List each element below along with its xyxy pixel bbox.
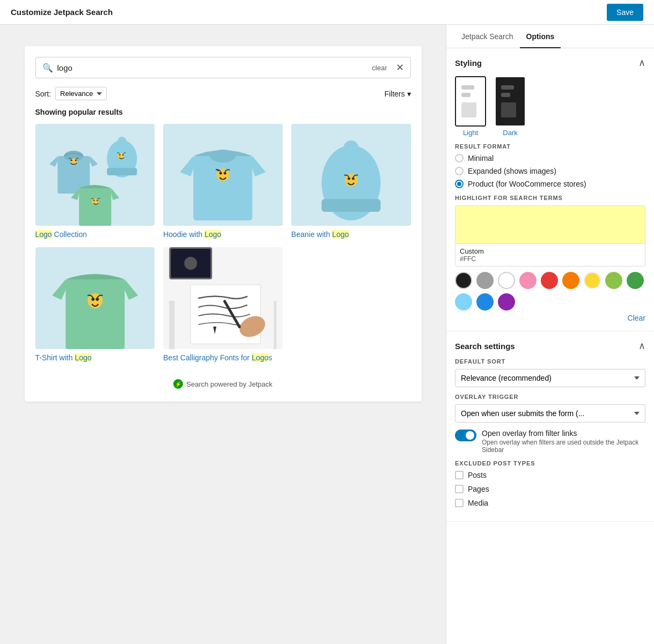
checkbox-pages[interactable]: Pages (455, 485, 645, 493)
product-card[interactable]: Hoodie with Logo (163, 124, 283, 239)
search-settings-header[interactable]: Search settings ∧ (455, 340, 645, 352)
swatch-blue[interactable] (476, 293, 494, 310)
search-bar: 🔍 clear ✕ (35, 57, 411, 78)
product-image (163, 247, 283, 349)
overlay-trigger-select[interactable]: Open when user submits the form (... Ope… (455, 404, 645, 423)
radio-product-circle (455, 180, 464, 188)
theme-dark-preview (496, 77, 525, 125)
svg-marker-33 (52, 279, 67, 300)
color-swatches (455, 272, 645, 310)
checkbox-pages-box (455, 485, 464, 493)
excluded-post-types-label: Excluded post types (455, 460, 645, 467)
product-card[interactable]: T-Shirt with Logo (35, 247, 155, 362)
product-title: T-Shirt with Logo (35, 353, 155, 362)
swatch-black[interactable] (455, 272, 472, 289)
theme-light-preview (456, 77, 485, 125)
swatch-gray[interactable] (476, 272, 494, 289)
tab-jetpack-search[interactable]: Jetpack Search (455, 25, 520, 48)
theme-light-option: Light (455, 76, 486, 137)
theme-dark-thumb[interactable] (495, 76, 526, 127)
checkbox-media[interactable]: Media (455, 499, 645, 507)
swatch-lime[interactable] (605, 272, 622, 289)
showing-popular-label: Showing popular results (35, 108, 411, 116)
filter-links-toggle[interactable] (455, 430, 476, 441)
svg-point-18 (97, 200, 98, 201)
sort-filters-bar: Sort: Relevance Filters ▾ (35, 87, 411, 100)
svg-point-46 (184, 257, 197, 270)
styling-section-header[interactable]: Styling ∧ (455, 57, 645, 69)
search-footer: ⚡ Search powered by Jetpack (35, 371, 411, 391)
swatch-yellow[interactable] (584, 272, 601, 289)
svg-point-17 (93, 200, 94, 201)
radio-product[interactable]: Product (for WooCommerce stores) (455, 180, 645, 188)
theme-bar (461, 93, 471, 97)
svg-marker-15 (111, 188, 119, 200)
swatch-white[interactable] (498, 272, 515, 289)
product-title: Best Calligraphy Fonts for Logos (163, 353, 283, 362)
product-title: Hoodie with Logo (163, 230, 283, 239)
right-panel: Jetpack Search Options Styling ∧ (446, 25, 654, 644)
swatch-lightblue[interactable] (455, 293, 472, 310)
jetpack-logo-icon: ⚡ (173, 379, 183, 389)
svg-marker-2 (90, 156, 98, 167)
swatch-orange[interactable] (562, 272, 579, 289)
tab-options[interactable]: Options (520, 25, 561, 48)
overlay-trigger-label: OVERLAY TRIGGER (455, 394, 645, 400)
clear-color-button[interactable]: Clear (455, 314, 645, 322)
toggle-desc: Open overlay when filters are used outsi… (482, 439, 645, 454)
svg-point-22 (210, 150, 236, 162)
search-footer-text: Search powered by Jetpack (186, 380, 272, 388)
search-settings-section: Search settings ∧ DEFAULT SORT Relevance… (446, 331, 654, 522)
svg-point-9 (117, 137, 126, 145)
radio-minimal[interactable]: Minimal (455, 154, 645, 162)
svg-marker-21 (251, 156, 266, 176)
checkbox-posts[interactable]: Posts (455, 471, 645, 479)
product-card[interactable]: Beanie with Logo (291, 124, 411, 239)
product-title: Logo Collection (35, 230, 155, 239)
swatch-red[interactable] (541, 272, 558, 289)
default-sort-select[interactable]: Relevance (recommended) Newest Oldest (455, 369, 645, 387)
search-input[interactable] (57, 63, 368, 72)
top-bar: Customize Jetpack Search Save (0, 0, 654, 25)
theme-bar (501, 85, 514, 90)
theme-bar (461, 85, 474, 90)
product-image (35, 247, 155, 349)
theme-dark-label[interactable]: Dark (495, 129, 526, 137)
svg-point-31 (352, 177, 355, 180)
theme-bar (501, 93, 510, 97)
search-settings-title: Search settings (455, 342, 515, 351)
sort-select[interactable]: Relevance (55, 87, 107, 100)
svg-point-28 (343, 140, 358, 156)
sort-row: Sort: Relevance (35, 87, 107, 100)
product-card[interactable]: Best Calligraphy Fonts for Logos (163, 247, 283, 362)
theme-light-label[interactable]: Light (455, 129, 486, 137)
close-search-button[interactable]: ✕ (396, 62, 404, 73)
toggle-text: Open overlay from filter links Open over… (482, 429, 645, 454)
theme-block (501, 102, 519, 117)
product-image (35, 124, 155, 226)
main-layout: 🔍 clear ✕ Sort: Relevance Filters ▾ Sh (0, 25, 654, 644)
radio-minimal-circle (455, 154, 464, 162)
svg-marker-20 (180, 156, 195, 176)
theme-light-thumb[interactable] (455, 76, 486, 127)
sort-label: Sort: (35, 90, 52, 98)
styling-section: Styling ∧ (446, 48, 654, 331)
radio-expanded[interactable]: Expanded (shows images) (455, 167, 645, 175)
collapse-icon: ∧ (638, 57, 645, 69)
save-button[interactable]: Save (607, 4, 643, 21)
svg-point-37 (95, 298, 99, 301)
product-grid: Logo Collection (35, 124, 411, 362)
filters-button[interactable]: Filters ▾ (384, 90, 410, 98)
theme-dark-option: Dark (495, 76, 526, 137)
swatch-purple[interactable] (498, 293, 515, 310)
product-card[interactable]: Logo Collection (35, 124, 155, 239)
clear-search-button[interactable]: clear (372, 64, 387, 72)
page-title: Customize Jetpack Search (11, 8, 113, 17)
overlay-trigger-wrapper: Open when user submits the form (... Ope… (455, 404, 645, 423)
svg-point-11 (119, 154, 120, 156)
swatch-pink[interactable] (519, 272, 537, 289)
swatch-green[interactable] (627, 272, 644, 289)
preview-area: 🔍 clear ✕ Sort: Relevance Filters ▾ Sh (0, 25, 446, 644)
styling-title: Styling (455, 58, 482, 68)
panel-tabs: Jetpack Search Options (446, 25, 654, 48)
